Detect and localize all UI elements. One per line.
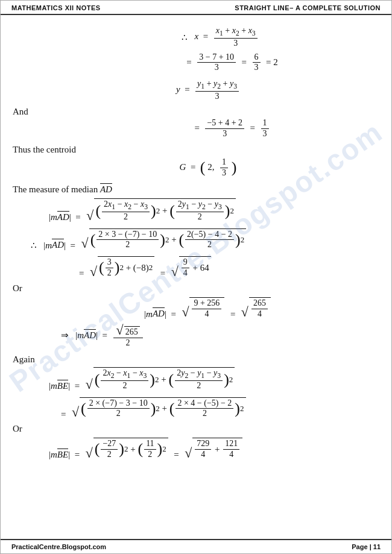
mAD-val2: = √ ( 3 2 )2 + (−8)2 = √ xyxy=(79,256,212,279)
mAD-final: ⇒ |mAD| = √ 265 2 xyxy=(61,324,144,348)
mBE-val2: |mBE| = √ ( −27 2 )2 + ( 11 xyxy=(49,438,244,460)
eq-y-formula: y = y1 + y2 + y3 3 xyxy=(176,79,240,102)
thus-centroid: Thus the centroid xyxy=(13,145,379,155)
footer: PracticalCentre.Blogspot.com Page | 11 xyxy=(1,539,391,553)
mAD-val1: ∴ |mAD| = √ ( 2 × 3 − (−7) − 10 2 )2 + ( xyxy=(31,228,247,251)
header: Mathematics XII Notes Straight Line– A C… xyxy=(1,1,391,15)
header-right: Straight Line– A Complete Solution xyxy=(235,4,381,11)
centroid-G: G = ( 2, 1 3 ) xyxy=(180,157,237,178)
mBE-val1: = √ ( 2 × (−7) − 3 − 10 2 )2 + ( 2 × 4 xyxy=(61,397,247,420)
mAD-formula: |mAD| = √ ( 2x1 − x2 − x3 2 )2 + ( 2y xyxy=(49,198,237,222)
again-label: Again xyxy=(13,354,379,365)
therefore-1: ∴ xyxy=(182,32,194,43)
content: PracticalCentre.Blogspot.com ∴ x = x1 + … xyxy=(1,15,391,499)
footer-right: Page | 11 xyxy=(352,543,381,550)
median-label: The measure of median AD xyxy=(13,184,379,195)
mBE-formula: |mBE| = √ ( 2x2 − x1 − x3 2 )2 + ( 2y xyxy=(49,367,236,391)
measure-of-median-text: The measure of median xyxy=(13,184,100,194)
eq-x-formula: x = x1 + x2 + x3 3 xyxy=(195,26,259,49)
mAD-val3: |mAD| = √ 9 + 256 4 = √ 265 xyxy=(144,297,272,319)
and-label: And xyxy=(13,107,379,117)
eq-x-val: = 3 − 7 + 10 3 = 6 3 = 2 xyxy=(186,52,277,74)
footer-left: PracticalCentre.Blogspot.com xyxy=(11,543,106,550)
AD-overline: AD xyxy=(100,183,112,194)
page: Mathematics XII Notes Straight Line– A C… xyxy=(0,0,392,554)
header-left: Mathematics XII Notes xyxy=(11,4,101,11)
eq-y-val: = −5 + 4 + 2 3 = 1 3 xyxy=(194,118,270,139)
or-label-2: Or xyxy=(13,424,379,434)
or-label-1: Or xyxy=(13,283,379,294)
